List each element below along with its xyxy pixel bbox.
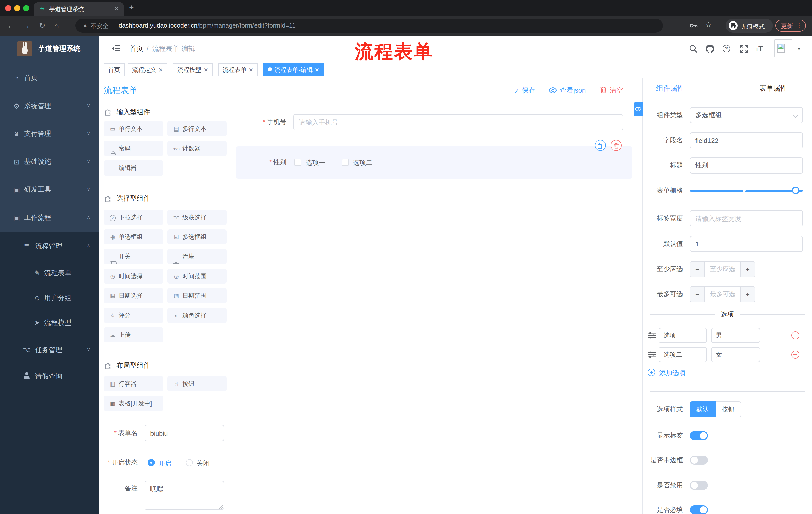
link-tab[interactable] <box>634 102 643 116</box>
title-input[interactable] <box>690 157 803 173</box>
tag-process-form[interactable]: 流程表单✕ <box>218 63 258 77</box>
add-option-icon[interactable] <box>648 369 655 376</box>
sidebar-logo[interactable]: 芋道管理系统 <box>0 40 99 62</box>
save-button[interactable]: ✓保存 <box>514 85 535 96</box>
home-icon[interactable]: ⌂ <box>54 21 59 30</box>
sidebar-item-infrastructure[interactable]: ⊡ 基础设施 ∨ <box>0 148 99 176</box>
remove-option1-button[interactable] <box>791 331 800 340</box>
gender-option1-label[interactable]: 选项一 <box>306 158 325 167</box>
plus-button[interactable]: + <box>740 287 755 302</box>
copy-component-button[interactable] <box>595 140 606 151</box>
tag-process-model[interactable]: 流程模型✕ <box>173 63 212 77</box>
chip-upload[interactable]: 上传 <box>104 327 163 343</box>
chip-time-picker[interactable]: 时间选择 <box>104 269 163 283</box>
chip-row-container[interactable]: 行容器 <box>104 376 163 391</box>
tag-process-form-edit[interactable]: 流程表单-编辑✕ <box>263 63 324 77</box>
chip-counter[interactable]: 计数器 <box>167 141 227 156</box>
chip-multi-line-text[interactable]: 多行文本 <box>167 121 227 136</box>
sidebar-item-user-group[interactable]: ☺ 用户分组 <box>0 286 99 311</box>
chip-rate[interactable]: 评分 <box>104 308 163 323</box>
add-option-button[interactable]: 添加选项 <box>659 369 685 378</box>
sidebar-item-process-model[interactable]: ➤ 流程模型 <box>0 310 99 335</box>
update-browser-button[interactable]: 更新 ⋮ <box>775 20 806 32</box>
sidebar-item-payment[interactable]: ¥ 支付管理 ∨ <box>0 120 99 148</box>
option2-label-input[interactable] <box>659 347 707 362</box>
selected-component-block[interactable]: *性别 选项一 选项二 <box>236 146 632 179</box>
phone-field-input[interactable] <box>293 114 623 130</box>
gender-option1-checkbox[interactable] <box>294 159 301 166</box>
option1-value-input[interactable] <box>711 328 760 343</box>
traffic-light-close[interactable] <box>5 5 11 11</box>
delete-component-button[interactable] <box>610 140 621 151</box>
sidebar-item-leave-query[interactable]: 请假查询 <box>0 364 99 389</box>
chip-date-range[interactable]: 日期范围 <box>167 288 227 303</box>
status-off-label[interactable]: 关闭 <box>197 459 209 468</box>
breadcrumb-home[interactable]: 首页 <box>129 45 143 52</box>
style-default-button[interactable]: 默认 <box>690 401 716 417</box>
min-select-placeholder[interactable]: 至少应选 <box>704 262 741 277</box>
form-name-input[interactable] <box>145 425 224 441</box>
sidebar-item-workflow[interactable]: ▣ 工作流程 ∧ <box>0 204 99 232</box>
show-label-toggle[interactable] <box>690 431 708 440</box>
chip-date-picker[interactable]: 日期选择 <box>104 288 163 303</box>
label-width-input[interactable] <box>690 210 803 226</box>
drag-handle-icon[interactable] <box>648 351 656 358</box>
address-bar[interactable]: ▲ 不安全 dashboard.yudao.iocoder.cn/bpm/man… <box>76 19 663 33</box>
bookmark-star-icon[interactable]: ☆ <box>705 21 712 29</box>
chip-select[interactable]: 下拉选择 <box>104 210 163 225</box>
sidebar-item-dev-tools[interactable]: ▣ 研发工具 ∨ <box>0 175 99 204</box>
chip-checkbox-group[interactable]: 多选框组 <box>167 229 227 244</box>
traffic-light-zoom[interactable] <box>23 5 29 11</box>
sidebar-item-process-management[interactable]: ≣ 流程管理 ∧ <box>0 234 99 259</box>
with-border-toggle[interactable] <box>690 456 708 465</box>
chip-single-line-text[interactable]: 单行文本 <box>104 121 163 136</box>
option2-value-input[interactable] <box>711 347 760 362</box>
max-select-placeholder[interactable]: 最多可选 <box>704 287 741 302</box>
sidebar-item-home[interactable]: ◔ 首页 <box>0 64 99 92</box>
password-key-icon[interactable] <box>689 22 698 29</box>
chip-cascader[interactable]: 级联选择 <box>167 210 227 225</box>
minus-button[interactable]: − <box>690 287 705 302</box>
chip-time-range[interactable]: 时间范围 <box>167 269 227 283</box>
view-json-button[interactable]: 查看json <box>549 85 586 96</box>
font-size-icon[interactable] <box>756 44 766 53</box>
reload-icon[interactable]: ↻ <box>39 21 46 30</box>
tag-close-icon[interactable]: ✕ <box>315 67 319 73</box>
avatar-caret-icon[interactable]: ▾ <box>798 46 800 51</box>
chip-radio-group[interactable]: 单选框组 <box>104 229 163 244</box>
help-icon[interactable]: ? <box>723 45 733 54</box>
field-name-input[interactable] <box>690 132 803 148</box>
minus-button[interactable]: − <box>690 262 705 277</box>
gender-option2-label[interactable]: 选项二 <box>353 158 372 167</box>
status-off-radio[interactable] <box>186 459 193 466</box>
tag-process-definition[interactable]: 流程定义✕ <box>127 63 167 77</box>
browser-menu-dots-icon[interactable]: ⋮ <box>796 22 802 29</box>
gender-option2-checkbox[interactable] <box>342 159 349 166</box>
status-on-label[interactable]: 开启 <box>158 459 171 468</box>
avatar[interactable] <box>774 39 792 57</box>
tab-component-props[interactable]: 组件属性 <box>656 84 685 93</box>
traffic-light-minimize[interactable] <box>14 5 20 11</box>
chip-editor[interactable]: 编辑器 <box>104 160 163 175</box>
forward-icon[interactable]: → <box>23 21 30 30</box>
new-tab-button[interactable]: + <box>129 3 134 12</box>
tab-close-icon[interactable]: ✕ <box>114 5 119 12</box>
tab-form-props[interactable]: 表单属性 <box>759 84 787 93</box>
component-type-select[interactable]: 多选框组 <box>690 107 803 123</box>
default-value-input[interactable] <box>690 236 803 252</box>
chip-password[interactable]: 密码 <box>104 141 163 156</box>
remark-textarea[interactable]: 嘿嘿 <box>145 481 224 510</box>
chip-color-picker[interactable]: 颜色选择 <box>167 308 227 323</box>
disabled-toggle[interactable] <box>690 481 708 490</box>
browser-tab[interactable]: ✳ 芋道管理系统 ✕ <box>34 2 124 16</box>
slider-handle[interactable] <box>792 187 800 194</box>
form-grid-slider[interactable] <box>690 190 803 192</box>
chip-button[interactable]: 按钮 <box>167 376 227 391</box>
github-icon[interactable] <box>705 44 715 53</box>
chip-slider[interactable]: 滑块 <box>167 249 227 264</box>
plus-button[interactable]: + <box>740 262 755 277</box>
option1-label-input[interactable] <box>659 328 707 343</box>
sidebar-collapse-icon[interactable] <box>112 44 121 53</box>
search-icon[interactable] <box>688 44 698 53</box>
remove-option2-button[interactable] <box>791 351 800 359</box>
